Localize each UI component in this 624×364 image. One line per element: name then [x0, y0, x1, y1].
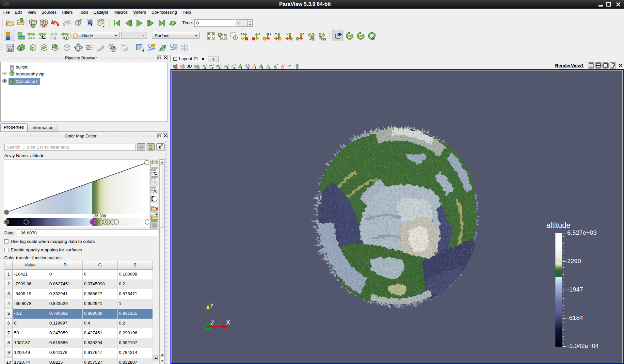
svg-text:-Z: -Z: [301, 32, 304, 36]
svg-text:t: t: [154, 181, 156, 184]
svg-text:+X: +X: [241, 32, 244, 36]
svg-text:3D: 3D: [187, 64, 192, 69]
svg-text:·?: ·?: [288, 64, 291, 68]
svg-text:X: X: [226, 319, 230, 326]
svg-text:+90: +90: [309, 37, 315, 41]
svg-text:+Z: +Z: [285, 32, 289, 36]
svg-text:t: t: [54, 36, 56, 40]
svg-text:-Y: -Y: [274, 32, 277, 36]
svg-text:-90: -90: [321, 37, 326, 41]
svg-text:Z: Z: [210, 319, 214, 326]
svg-text:+Y: +Y: [268, 32, 271, 36]
svg-text:-X: -X: [258, 32, 260, 36]
svg-text:Y: Y: [210, 304, 214, 309]
